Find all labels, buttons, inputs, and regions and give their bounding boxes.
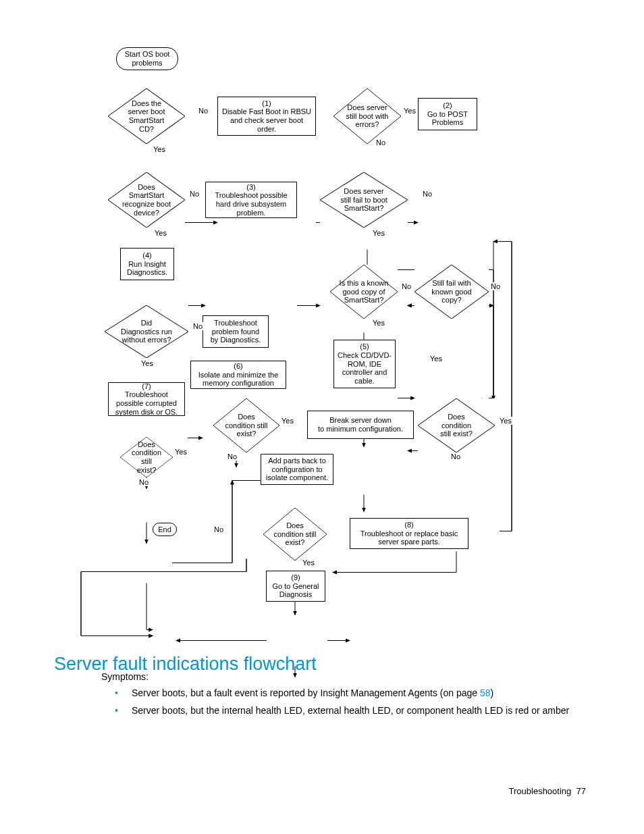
edge-no-11: No [213, 525, 224, 533]
edge-no-3: No [189, 190, 200, 198]
edge-yes-3: Yes [154, 229, 167, 237]
edge-no-6: No [490, 282, 501, 290]
dec-condition-exist-2: Doesconditionstill exist? [418, 398, 495, 452]
page-footer: Troubleshooting 77 [509, 786, 586, 796]
symptoms-label: Symptoms: [101, 671, 149, 682]
dec-still-fail-boot-smartstart: Does serverstill fail to bootSmartStart? [320, 172, 408, 228]
edge-yes-4: Yes [372, 229, 385, 237]
proc-go-to-post-problems: (2)Go to POSTProblems [418, 98, 477, 130]
proc-disable-fast-boot: (1)Disable Fast Boot in RBSUand check se… [217, 97, 316, 136]
page: Start OS bootproblems End Does theserver… [0, 0, 644, 834]
dec-boot-smartstart-cd: Does theserver bootSmartStartCD? [108, 88, 185, 144]
edge-yes-6: Yes [429, 355, 443, 363]
edge-yes-11: Yes [302, 558, 315, 567]
flow-start: Start OS bootproblems [116, 47, 178, 70]
edge-no-1: No [198, 107, 209, 115]
dec-recognize-boot-device: DoesSmartStartrecognize bootdevice? [108, 172, 185, 228]
dec-diagnostics-without-errors: DidDiagnostics runwithout errors? [105, 305, 188, 358]
dec-known-good-copy: Is this a knowngood copy ofSmartStart? [330, 265, 398, 319]
edge-yes-10: Yes [174, 448, 188, 456]
proc-isolate-memory: (6)Isolate and minimize thememory config… [190, 361, 286, 389]
edge-no-4: No [422, 190, 433, 198]
bullet-icon: • [115, 687, 118, 698]
bullet-1: Server boots, but a fault event is repor… [132, 687, 591, 698]
bullet-2: Server boots, but the internal health LE… [132, 705, 591, 716]
edge-yes-5: Yes [372, 319, 385, 327]
section-title: Server fault indications flowchart [54, 654, 317, 675]
edge-yes-7: Yes [140, 359, 154, 367]
edge-no-10: No [138, 478, 149, 486]
proc-troubleshoot-corrupted-disk: (7)Troubleshootpossible corruptedsystem … [108, 382, 185, 416]
edge-yes-8: Yes [281, 417, 294, 425]
proc-break-to-minimum: Break server downto minimum configuratio… [307, 411, 414, 439]
proc-troubleshoot-diagnostic-problem: Troubleshootproblem foundby Diagnostics. [203, 315, 269, 348]
flow-end: End [153, 523, 177, 536]
dec-boot-with-errors: Does serverstill boot witherrors? [333, 88, 401, 144]
link-page-58[interactable]: 58 [480, 687, 491, 698]
edge-yes-1: Yes [403, 107, 417, 115]
edge-no-9: No [450, 452, 461, 461]
proc-go-to-general-diagnosis: (9)Go to GeneralDiagnosis [266, 571, 325, 602]
edge-no-2: No [375, 138, 386, 147]
edge-yes-2: Yes [153, 145, 166, 153]
edge-no-5: No [401, 282, 412, 290]
edge-no-8: No [227, 452, 238, 461]
proc-add-parts-back: Add parts back toconfiguration toisolate… [261, 454, 333, 485]
dec-condition-exist-3: Doescondition stillexist? [120, 437, 173, 477]
proc-check-cd-dvd: (5)Check CD/DVD-ROM, IDEcontroller andca… [333, 340, 396, 388]
proc-troubleshoot-hdd: (3)Troubleshoot possiblehard drive subsy… [205, 182, 297, 218]
dec-still-fail-known-copy: Still fail withknown goodcopy? [414, 265, 489, 319]
proc-troubleshoot-spare-parts: (8)Troubleshoot or replace basicserver s… [350, 518, 468, 549]
dec-condition-exist-1: Doescondition stillexist? [213, 398, 279, 452]
bullet-icon: • [115, 705, 118, 716]
edge-yes-9: Yes [499, 417, 512, 425]
edge-no-7: No [192, 322, 203, 330]
dec-condition-exist-4: Doescondition stillexist? [263, 508, 327, 561]
proc-run-insight-diagnostics: (4)Run InsightDiagnostics. [120, 248, 174, 280]
